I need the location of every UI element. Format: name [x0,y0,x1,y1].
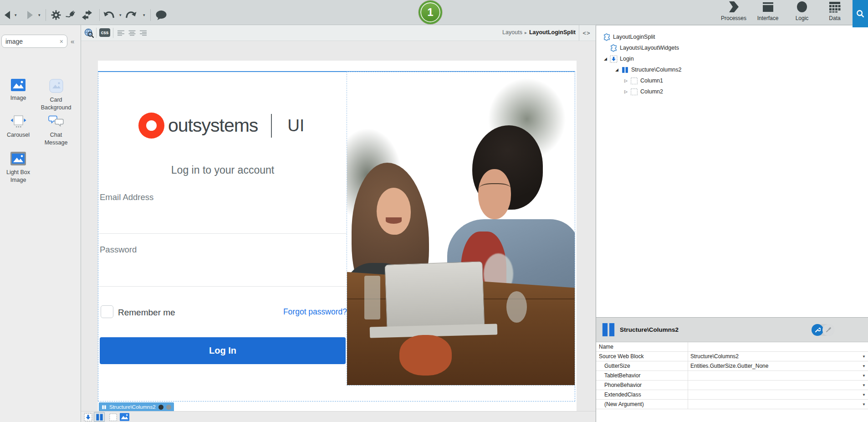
top-nav-item[interactable]: Processes [718,1,750,21]
back-icon[interactable] [2,9,14,21]
log-in-button[interactable]: Log In [100,337,346,364]
brand-text: outsystems [168,115,258,136]
align-left-icon[interactable] [116,27,127,38]
undo-dropdown-icon[interactable]: ▾ [119,13,122,17]
selection-badge[interactable]: Structure\Columns2 [99,402,174,412]
property-value[interactable]: ▼ [688,390,868,399]
publish-icon[interactable] [81,9,93,21]
property-value[interactable]: Structure\Columns2▼ [688,352,868,361]
code-view-toggle[interactable]: <> [579,25,594,41]
property-row[interactable]: GutterSize Entities.GutterSize.Gutter_No… [596,361,868,371]
property-value[interactable]: ▼ [688,371,868,380]
dropdown-caret-icon[interactable]: ▼ [862,393,866,397]
path-image-icon[interactable] [119,412,130,422]
forward-dropdown-icon[interactable]: ▾ [38,13,41,17]
widget-item[interactable]: Carousel [0,113,36,149]
properties-table: Name ▼ Source Web Block Structure\Column… [596,342,868,409]
top-bar: ▾ ▾ ▾ ▾ 1 Processes Interface Logic [0,0,868,25]
top-nav-item[interactable]: Logic [786,1,818,21]
property-row[interactable]: TabletBehavior ▼ [596,371,868,381]
man-glasses [479,183,511,196]
woman-face [377,188,411,235]
property-row[interactable]: ExtendedClass ▼ [596,390,868,400]
property-row[interactable]: Name ▼ [596,342,868,352]
widget-item[interactable]: Light Box Image [0,149,36,185]
path-columns-icon[interactable] [94,412,105,422]
widget-item[interactable]: Chat Message [36,113,76,149]
remember-me-label[interactable]: Remember me [118,308,175,318]
password-field-label[interactable]: Password [100,245,137,255]
tree-expander-icon[interactable]: ▷ [624,89,630,94]
debug-step-badge[interactable]: 1 [419,0,442,24]
align-center-icon[interactable] [127,27,138,38]
redo-dropdown-icon[interactable]: ▾ [143,13,145,17]
redo-icon[interactable] [125,9,137,21]
toolbox-search-box[interactable]: × [1,35,67,48]
property-value[interactable]: ▼ [688,342,868,351]
collapse-sidebar-icon[interactable]: « [71,37,74,45]
editor-canvas: css Layouts▸LayoutLoginSplit <> outsyste… [81,25,596,422]
tree-item[interactable]: ◢ Structure\Columns2 [596,64,868,75]
laptop-screen [385,261,485,330]
badge-gray-dot[interactable] [166,405,171,410]
tree-expander-icon[interactable]: ◢ [604,57,610,61]
css-editor-icon[interactable]: css [99,28,110,37]
water-glass [364,276,380,319]
dropdown-caret-icon[interactable]: ▼ [862,364,866,368]
top-nav-item[interactable]: Interface [752,1,784,21]
toolbox-search-input[interactable] [5,38,60,45]
placeholder-icon [610,55,618,63]
property-row[interactable]: PhoneBehavior ▼ [596,381,868,390]
clear-search-icon[interactable]: × [60,38,63,45]
login-form-column: outsystems UI Log in to your account Ema… [98,72,347,401]
brush-icon[interactable] [822,324,834,336]
back-dropdown-icon[interactable]: ▾ [15,13,17,17]
logo-divider [271,114,272,138]
settings-gear-icon[interactable] [50,9,62,21]
tree-expander-icon[interactable]: ◢ [615,67,621,72]
property-label: PhoneBehavior [596,381,688,390]
remember-me-checkbox[interactable] [101,305,113,318]
property-value[interactable]: Entities.GutterSize.Gutter_None▼ [688,361,868,371]
property-value[interactable]: ▼ [688,381,868,390]
browser-preview-icon[interactable] [83,27,94,38]
properties-mode-toggle[interactable] [812,324,834,336]
widget-item[interactable]: Image [0,76,36,113]
dropdown-caret-icon[interactable]: ▼ [862,355,866,359]
widget-item[interactable]: Card Background [36,76,76,113]
undo-icon[interactable] [103,9,115,21]
breadcrumb-current[interactable]: LayoutLoginSplit [529,29,576,36]
selected-columns2-block[interactable]: outsystems UI Log in to your account Ema… [98,71,575,401]
properties-panel: Structure\Columns2 Name ▼ Source Web Blo… [596,317,868,409]
wrench-icon[interactable] [812,324,823,336]
badge-dark-dot[interactable] [158,405,163,410]
top-nav-item[interactable]: Data [819,1,851,21]
plug-icon[interactable] [65,9,77,21]
tree-item[interactable]: ◢ Login [596,53,868,64]
path-column-icon[interactable] [107,412,118,422]
property-row[interactable]: (New Argument) ▼ [596,400,868,409]
interface-panel: LayoutLoginSplit Layouts\LayoutWidgets ◢… [596,25,868,422]
login-photo[interactable] [347,72,575,385]
tree-item[interactable]: LayoutLoginSplit [596,31,868,42]
chat-message-icon [48,115,64,128]
element-tree: LayoutLoginSplit Layouts\LayoutWidgets ◢… [596,31,868,97]
tree-item[interactable]: ▷ Column2 [596,86,868,97]
tree-expander-icon[interactable]: ▷ [624,78,630,83]
feedback-chat-icon[interactable] [155,9,167,21]
dropdown-caret-icon[interactable]: ▼ [862,374,866,378]
property-value[interactable]: ▼ [688,400,868,409]
breadcrumb-parent[interactable]: Layouts [502,29,522,36]
dropdown-caret-icon[interactable]: ▼ [862,402,866,407]
forgot-password-link[interactable]: Forgot password? [238,307,347,317]
property-row[interactable]: Source Web Block Structure\Columns2▼ [596,352,868,361]
tree-item[interactable]: ▷ Column1 [596,75,868,86]
tree-item[interactable]: Layouts\LayoutWidgets [596,42,868,53]
global-search-button[interactable] [853,0,868,27]
dropdown-caret-icon[interactable]: ▼ [862,383,866,387]
path-placeholder-icon[interactable] [82,412,93,422]
align-right-icon[interactable] [138,27,148,38]
email-field-label[interactable]: Email Address [100,192,153,202]
forward-icon[interactable] [24,9,36,21]
column-icon [630,88,638,96]
